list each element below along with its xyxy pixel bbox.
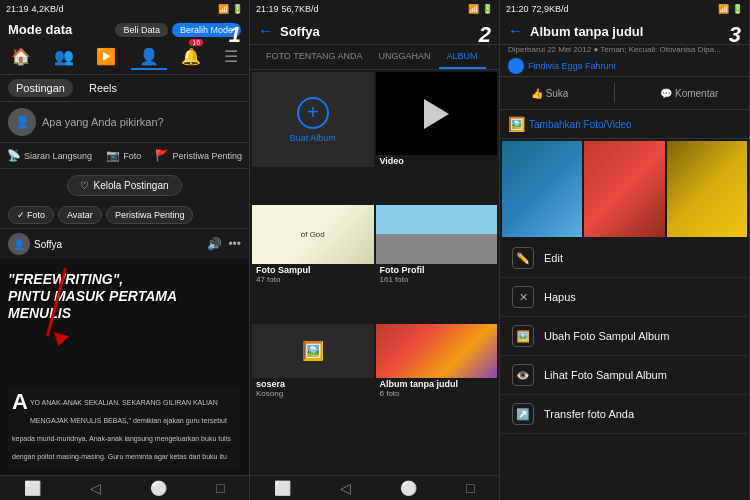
post-actions-row: 📡 Siaran Langsung 📷 Foto 🚩 Peristiwa Pen… <box>0 143 249 169</box>
add-photo-button[interactable]: 🖼️ Tambahkan Foto/Video <box>500 110 749 139</box>
p2-header: ← Soffya <box>250 18 499 45</box>
change-cover-menu-item[interactable]: 🖼️ Ubah Foto Sampul Album <box>500 317 749 356</box>
foto-profil-cell[interactable]: Foto Profil 161 foto <box>376 205 498 285</box>
album-tanpa-judul-count: 6 foto <box>380 389 494 398</box>
more-icon[interactable]: ••• <box>228 237 241 251</box>
p3-back-button[interactable]: ← <box>508 22 524 40</box>
p3-actions-row: 👍 Suka 💬 Komentar <box>500 77 749 110</box>
live-label: Siaran Langsung <box>24 151 92 161</box>
video-label: Video <box>380 156 494 166</box>
post-username: Soffya <box>34 239 62 250</box>
buy-data-button[interactable]: Beli Data <box>115 23 168 37</box>
post-image-area: "FREEWRITING",PINTU MASUK PERTAMAMENULIS… <box>0 259 249 475</box>
album-subtitle: Diperbarui 22 Mei 2012 ● Teman; Kecuali:… <box>500 45 749 56</box>
foto-sampul-count: 47 foto <box>256 275 370 284</box>
album-grid: + Buat Album Video of God Foto Sampul 47… <box>250 70 499 475</box>
user-avatar-small: 👤 <box>8 108 36 136</box>
event-label: Peristiwa Penting <box>172 151 242 161</box>
tab-albums[interactable]: ALBUM <box>439 45 486 69</box>
signal-icons-3: 📶 🔋 <box>718 4 743 14</box>
p3-header: ← Album tanpa judul <box>500 18 749 45</box>
sosera-count: Kosong <box>256 389 370 398</box>
add-photo-label: Tambahkan Foto/Video <box>529 119 632 130</box>
post-card: 👤 Soffya 🔊 ••• "FREEWRITING",PINTU MASUK… <box>0 229 249 475</box>
nav-profile[interactable]: 👤 <box>131 45 167 70</box>
bottom-back-2[interactable]: ◁ <box>340 480 351 496</box>
flag-icon: 🚩 <box>155 149 169 162</box>
nav-notifications[interactable]: 🔔 16 <box>173 45 209 70</box>
photo-2[interactable] <box>584 141 664 237</box>
post-action-icons: 🔊 ••• <box>207 237 241 251</box>
edit-icon: ✏️ <box>512 247 534 269</box>
panel-2: 21:19 56,7KB/d 📶 🔋 ← Soffya FOTO TENTANG… <box>250 0 500 500</box>
bottom-nav-1: ⬜ ◁ ⚪ □ <box>0 475 249 500</box>
live-icon: 📡 <box>7 149 21 162</box>
post-overlay: "FREEWRITING",PINTU MASUK PERTAMAMENULIS… <box>0 259 249 475</box>
transfer-label: Transfer foto Anda <box>544 408 634 420</box>
think-placeholder[interactable]: Apa yang Anda pikirkan? <box>42 116 164 128</box>
sosera-cell[interactable]: 🖼️ sosera Kosong <box>252 324 374 399</box>
panel-number-1: 1 <box>229 22 241 48</box>
filter-foto[interactable]: ✓ Foto <box>8 206 54 224</box>
edit-label: Edit <box>544 252 563 264</box>
check-icon: ✓ <box>17 210 25 220</box>
video-thumbnail <box>376 72 498 155</box>
nav-home[interactable]: 🏠 <box>3 45 39 70</box>
bottom-square[interactable]: □ <box>216 480 224 496</box>
bottom-home-2[interactable]: ⬜ <box>274 480 291 496</box>
bottom-square-2[interactable]: □ <box>466 480 474 496</box>
photo-3[interactable] <box>667 141 747 237</box>
owner-avatar <box>508 58 524 74</box>
add-photo-icon: 🖼️ <box>508 116 525 132</box>
tab-postingan[interactable]: Postingan <box>8 79 73 97</box>
transfer-icon: ↗️ <box>512 403 534 425</box>
bottom-circle[interactable]: ⚪ <box>150 480 167 496</box>
change-cover-icon: 🖼️ <box>512 325 534 347</box>
like-button[interactable]: 👍 Suka <box>531 83 569 103</box>
delete-menu-item[interactable]: ✕ Hapus <box>500 278 749 317</box>
play-icon <box>424 99 449 129</box>
empty-thumbnail: 🖼️ <box>252 324 374 378</box>
photo-label: Foto <box>123 151 141 161</box>
event-action[interactable]: 🚩 Peristiwa Penting <box>149 147 248 164</box>
bottom-home[interactable]: ⬜ <box>24 480 41 496</box>
house-thumbnail <box>376 205 498 264</box>
photo-1[interactable] <box>502 141 582 237</box>
foto-sampul-label: Foto Sampul <box>256 265 370 275</box>
nav-friends[interactable]: 👥 <box>46 45 82 70</box>
bottom-circle-2[interactable]: ⚪ <box>400 480 417 496</box>
manage-post-button[interactable]: ♡ Kelola Postingan <box>67 175 181 196</box>
post-title: "FREEWRITING",PINTU MASUK PERTAMAMENULIS <box>8 271 241 321</box>
nav-video[interactable]: ▶️ <box>88 45 124 70</box>
sound-icon[interactable]: 🔊 <box>207 237 222 251</box>
tab-reels[interactable]: Reels <box>81 79 125 97</box>
photo-action[interactable]: 📷 Foto <box>100 147 147 164</box>
panel-1: 21:19 4,2KB/d 📶 🔋 Mode data Beli Data Be… <box>0 0 250 500</box>
time-2: 21:19 <box>256 4 279 14</box>
tab-about-photos[interactable]: FOTO TENTANG ANDA <box>258 45 371 69</box>
nav-menu[interactable]: ☰ <box>216 45 246 70</box>
tab-uploads[interactable]: UNGGAHAN <box>371 45 439 69</box>
transfer-menu-item[interactable]: ↗️ Transfer foto Anda <box>500 395 749 434</box>
action-divider <box>614 83 615 103</box>
p2-tabs: FOTO TENTANG ANDA UNGGAHAN ALBUM <box>250 45 499 70</box>
sosera-label: sosera <box>256 379 370 389</box>
edit-menu-item[interactable]: ✏️ Edit <box>500 239 749 278</box>
panel-number-2: 2 <box>479 22 491 48</box>
live-action[interactable]: 📡 Siaran Langsung <box>1 147 98 164</box>
foto-sampul-cell[interactable]: of God Foto Sampul 47 foto <box>252 205 374 285</box>
create-album-cell[interactable]: + Buat Album <box>252 72 374 167</box>
view-cover-menu-item[interactable]: 👁️ Lihat Foto Sampul Album <box>500 356 749 395</box>
filter-event[interactable]: Peristiwa Penting <box>106 206 194 224</box>
delete-label: Hapus <box>544 291 576 303</box>
comment-button[interactable]: 💬 Komentar <box>660 83 718 103</box>
poster-thumbnail <box>376 324 498 378</box>
filter-avatar[interactable]: Avatar <box>58 206 102 224</box>
video-album-cell[interactable]: Video <box>376 72 498 167</box>
bottom-back[interactable]: ◁ <box>90 480 101 496</box>
photo-grid <box>500 139 749 239</box>
notification-badge: 16 <box>189 39 203 46</box>
mode-data-title: Mode data <box>8 22 72 37</box>
p2-back-button[interactable]: ← <box>258 22 274 40</box>
album-tanpa-judul-cell[interactable]: Album tanpa judul 6 foto <box>376 324 498 399</box>
